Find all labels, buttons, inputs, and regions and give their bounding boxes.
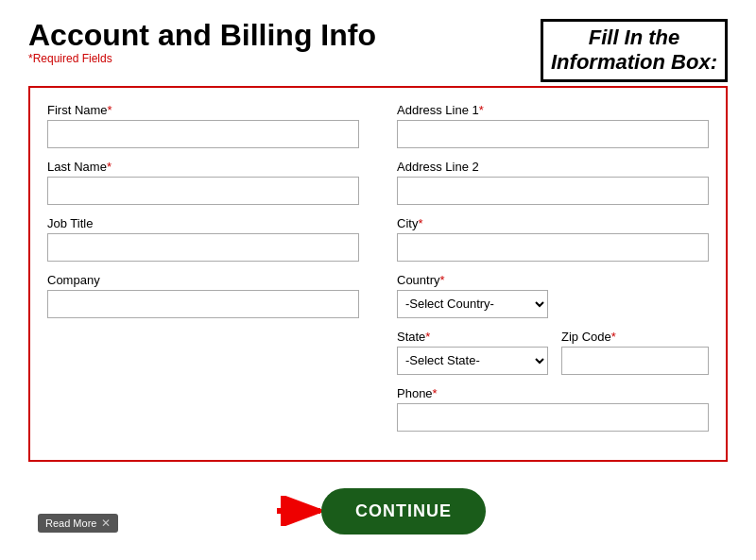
last-name-label: Last Name*	[47, 160, 359, 174]
address-line1-input[interactable]	[397, 120, 709, 148]
fill-info-box: Fill In the Information Box:	[541, 19, 728, 82]
first-name-label: First Name*	[47, 103, 359, 117]
arrow-container: CONTINUE	[270, 488, 486, 535]
read-more-label: Read More	[45, 518, 96, 529]
last-name-group: Last Name*	[47, 160, 359, 205]
state-group: State* -Select State-	[397, 330, 548, 375]
phone-input[interactable]	[397, 403, 709, 432]
address-line2-group: Address Line 2	[397, 160, 709, 205]
page-title: Account and Billing Info	[28, 19, 376, 52]
right-column: Address Line 1* Address Line 2 City*	[397, 103, 709, 443]
continue-button[interactable]: CONTINUE	[321, 488, 486, 535]
arrow-right-svg	[275, 496, 327, 526]
job-title-input[interactable]	[47, 233, 359, 262]
address-line1-label: Address Line 1*	[397, 103, 709, 117]
first-name-group: First Name*	[47, 103, 359, 148]
job-title-label: Job Title	[47, 216, 359, 230]
city-input[interactable]	[397, 233, 709, 262]
country-label: Country*	[397, 273, 709, 287]
state-label: State*	[397, 330, 548, 344]
zip-code-input[interactable]	[561, 347, 709, 375]
company-group: Company	[47, 273, 359, 318]
company-label: Company	[47, 273, 359, 287]
fill-info-line2: Information Box:	[551, 50, 717, 74]
state-zip-field-group: State* -Select State- Zip Code*	[397, 330, 709, 375]
address-line2-input[interactable]	[397, 177, 709, 205]
address-line2-label: Address Line 2	[397, 160, 709, 174]
fill-info-line1: Fill In the	[589, 25, 680, 49]
phone-group: Phone*	[397, 386, 709, 432]
zip-code-label: Zip Code*	[561, 330, 709, 344]
country-group: Country* -Select Country-	[397, 273, 709, 318]
read-more-close-icon[interactable]: ✕	[101, 517, 111, 530]
form-grid: First Name* Last Name* Job Title Company	[47, 103, 709, 443]
last-name-input[interactable]	[47, 177, 359, 205]
state-zip-row: State* -Select State- Zip Code*	[397, 330, 709, 375]
zip-group: Zip Code*	[561, 330, 709, 375]
first-name-input[interactable]	[47, 120, 359, 148]
address-line1-group: Address Line 1*	[397, 103, 709, 148]
footer-area: CONTINUE Read More ✕	[28, 479, 728, 544]
required-note: *Required Fields	[28, 52, 376, 65]
country-select[interactable]: -Select Country-	[397, 290, 548, 318]
phone-label: Phone*	[397, 386, 709, 400]
header-area: Account and Billing Info *Required Field…	[28, 19, 728, 82]
company-input[interactable]	[47, 290, 359, 318]
city-label: City*	[397, 216, 709, 230]
left-column: First Name* Last Name* Job Title Company	[47, 103, 359, 443]
job-title-group: Job Title	[47, 216, 359, 262]
city-group: City*	[397, 216, 709, 262]
page-container: Account and Billing Info *Required Field…	[0, 0, 756, 560]
state-select[interactable]: -Select State-	[397, 347, 548, 375]
read-more-badge: Read More ✕	[38, 514, 118, 533]
form-border: First Name* Last Name* Job Title Company	[28, 86, 728, 462]
arrow-icon	[270, 492, 327, 530]
